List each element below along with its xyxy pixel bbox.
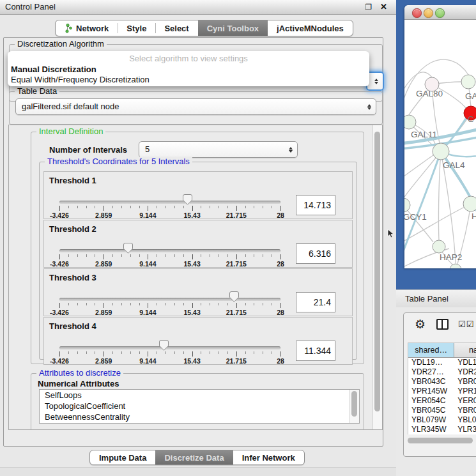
network-canvas[interactable]: GAL80GACGAL11GAL4GCY1HHAP2	[404, 20, 476, 268]
thresholds-group: Threshold's Coordinates for 5 Intervals …	[39, 162, 357, 360]
column-header-1[interactable]: shared…	[408, 343, 454, 357]
table-row[interactable]: YBR043CYBR043C	[408, 377, 476, 387]
close-panel-icon[interactable]: ✕	[380, 2, 387, 12]
slider-track[interactable]	[59, 201, 280, 204]
tab-select[interactable]: Select	[155, 20, 197, 36]
attribute-item-topologicalcoefficient[interactable]: TopologicalCoefficient	[40, 401, 359, 411]
column-header-2[interactable]: name	[454, 343, 476, 357]
scale-label: -3.426	[50, 260, 69, 268]
tick-mark	[183, 254, 184, 257]
threshold-slider[interactable]: -3.4262.8599.14415.4321.71528	[59, 192, 280, 218]
tick-mark	[121, 303, 122, 305]
tick-mark	[95, 303, 95, 305]
slider-scale-labels: -3.4262.8599.14415.4321.71528	[59, 260, 280, 268]
network-node-gal4[interactable]	[433, 143, 449, 160]
combo-arrows-icon	[367, 99, 371, 114]
slider-ticks	[59, 351, 280, 357]
tab-network[interactable]: Network	[56, 20, 118, 36]
bottom-tab-infer-network[interactable]: Infer Network	[233, 450, 304, 464]
tick-mark	[139, 254, 140, 257]
num-intervals-combobox[interactable]: 5	[139, 141, 298, 158]
network-node-ga[interactable]	[461, 75, 475, 89]
tab-cyni-toolbox[interactable]: Cyni Toolbox	[198, 20, 268, 36]
close-traffic-light-icon[interactable]	[412, 8, 422, 18]
tick-mark	[148, 351, 148, 357]
threshold-slider[interactable]: -3.4262.8599.14415.4321.71528	[59, 289, 280, 315]
table-data-combobox[interactable]: galFiltered.sif default node	[15, 98, 376, 115]
slider-track[interactable]	[59, 298, 280, 301]
tick-mark	[272, 351, 272, 354]
tick-mark	[227, 351, 228, 354]
tab-jactivemnodules[interactable]: jActiveMNodules	[268, 20, 353, 36]
threshold-value-field[interactable]: 21.4	[296, 292, 335, 312]
scale-label: 15.43	[183, 260, 200, 268]
tick-mark	[219, 303, 219, 305]
tick-mark	[148, 254, 148, 259]
columns-icon[interactable]	[436, 319, 449, 330]
slider-track[interactable]	[59, 249, 280, 252]
numerical-attributes-list[interactable]: SelfLoopsTopologicalCoefficientBetweenne…	[39, 389, 360, 424]
settings-scroll-area: Interval Definition Number of Intervals …	[8, 125, 383, 430]
slider-scale-labels: -3.4262.8599.14415.4321.71528	[59, 309, 280, 316]
dropdown-prompt: Select algorithm to view settings	[8, 51, 369, 65]
zoom-traffic-light-icon[interactable]	[435, 8, 445, 18]
network-node-partial[interactable]	[450, 264, 461, 268]
slider-thumb[interactable]	[183, 194, 192, 205]
threshold-slider[interactable]: -3.4262.8599.14415.4321.71528	[59, 338, 280, 364]
table-cell: YLR345W	[454, 425, 476, 434]
tick-mark	[68, 206, 69, 208]
threshold-value-field[interactable]: 11.344	[296, 341, 335, 361]
table-row[interactable]: YDR27…YDR27	[408, 367, 476, 377]
tick-mark	[174, 303, 175, 305]
num-intervals-label: Number of Intervals	[49, 145, 127, 155]
table-row[interactable]: YBR045CYBR045C	[408, 406, 476, 415]
network-node-gcy1[interactable]	[404, 198, 410, 212]
table-row[interactable]: YPR145WYPR145W	[408, 387, 476, 396]
dropdown-option-manual-discretization[interactable]: Manual Discretization	[8, 65, 369, 75]
attribute-item-betweennesscentrality[interactable]: BetweennessCentrality	[40, 411, 359, 422]
slider-thumb[interactable]	[159, 340, 169, 351]
scale-label: 21.715	[226, 260, 247, 268]
slider-thumb[interactable]	[123, 243, 133, 254]
dropdown-option-equal-width-frequency-discretization[interactable]: Equal Width/Frequency Discretization	[8, 75, 369, 85]
settings-scrollbar[interactable]	[372, 125, 382, 429]
tick-mark	[165, 303, 166, 305]
minimize-traffic-light-icon[interactable]	[424, 8, 433, 18]
network-node-hap2[interactable]	[433, 240, 445, 253]
tick-mark	[201, 303, 201, 305]
tick-mark	[254, 303, 254, 305]
network-node-h[interactable]	[463, 196, 476, 211]
table-row[interactable]: YER054CYER054C	[408, 396, 476, 406]
node-table-panel: ⚙ ☑☑ shared…name YDL19…YDL19YDR27…YDR27Y…	[403, 312, 476, 457]
tick-mark	[77, 351, 78, 354]
table-rows: YDL19…YDL19YDR27…YDR27YBR043CYBR043CYPR1…	[408, 358, 476, 434]
table-horizontal-scrollbar[interactable]	[407, 437, 476, 444]
tick-mark	[130, 254, 131, 257]
threshold-value-field[interactable]: 6.316	[296, 243, 335, 264]
attributes-list-scrollbar[interactable]	[349, 390, 359, 423]
table-row[interactable]: YDL19…YDL19	[408, 358, 476, 367]
gear-icon[interactable]: ⚙	[415, 318, 426, 330]
tick-mark	[157, 254, 157, 257]
float-window-icon[interactable]: ❐	[365, 3, 372, 12]
slider-thumb[interactable]	[229, 291, 239, 302]
network-node-gal11[interactable]	[404, 115, 416, 129]
numerical-attributes-label: Numerical Attributes	[38, 379, 119, 388]
bottom-tab-impute-data[interactable]: Impute Data	[90, 450, 155, 464]
table-row[interactable]: YLR345WYLR345W	[408, 425, 476, 434]
tab-style[interactable]: Style	[118, 20, 155, 36]
table-cell: YBR045C	[408, 406, 454, 415]
tick-mark	[219, 351, 219, 354]
table-row[interactable]: YBL079WYBL079W	[408, 415, 476, 425]
threshold-slider[interactable]: -3.4262.8599.14415.4321.71528	[59, 241, 280, 266]
threshold-value-field[interactable]: 14.713	[296, 195, 335, 215]
attribute-item-selfloops[interactable]: SelfLoops	[40, 390, 359, 401]
tick-mark	[174, 206, 175, 208]
bottom-tab-discretize-data[interactable]: Discretize Data	[155, 450, 233, 464]
tick-mark	[254, 254, 254, 257]
node-label: GAL80	[416, 89, 443, 98]
slider-track[interactable]	[59, 346, 280, 349]
select-columns-checkboxes-icon[interactable]: ☑☑	[458, 319, 474, 329]
table-panel-title: Table Panel	[405, 294, 449, 303]
tick-mark	[139, 206, 140, 208]
